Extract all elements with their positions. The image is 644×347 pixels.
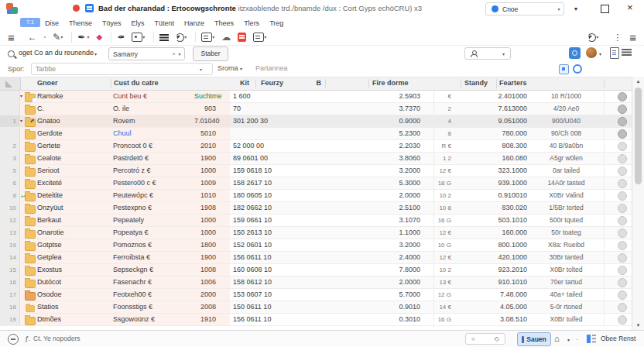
maximize-button[interactable]: [601, 5, 609, 13]
view-mode-label[interactable]: Obee Renst: [601, 335, 635, 342]
table-row[interactable]: 19GotptsePomoznos €1800152 0601 103.2000…: [0, 239, 632, 252]
hamburger-menu-icon[interactable]: ≡: [8, 32, 15, 43]
table-row[interactable]: 6ExcitetéPestero00 c €1009158 2617 105.3…: [0, 177, 632, 190]
image-frame-icon[interactable]: ▾: [132, 33, 145, 42]
expander-icon[interactable]: ▾: [20, 115, 22, 127]
list-icon[interactable]: [159, 33, 169, 41]
table-row[interactable]: C.O. ile903703.737027.6130004/20 Ae0: [0, 103, 632, 115]
avatar[interactable]: [586, 47, 597, 58]
filter-input[interactable]: Tarbbe: [31, 63, 213, 75]
person-filter-pill[interactable]: ▾: [464, 47, 511, 60]
home-icon[interactable]: ⌂: [554, 334, 560, 343]
table-row[interactable]: 8DeteititePeutewópc €1010180 0605 102.00…: [0, 190, 632, 202]
col-header-desc[interactable]: Cust du catre: [114, 79, 159, 87]
save-button[interactable]: Sauen: [517, 332, 551, 346]
row-status-toggle[interactable]: [618, 154, 627, 163]
chevron-down-icon[interactable]: ▾: [599, 51, 601, 57]
table-row[interactable]: 16DutócotFasenachr €1006158 0612 102.000…: [0, 277, 632, 289]
col-header-kit[interactable]: Kit: [224, 79, 249, 87]
table-row[interactable]: 19DtmõesSsgowoünz €1910156 0611 100.3010…: [0, 314, 632, 326]
export-frame-icon[interactable]: ▾: [201, 33, 214, 42]
expander-icon[interactable]: ▾: [20, 91, 22, 102]
table-row[interactable]: 13OnarotiePopeatya €1000150 2613 101.100…: [0, 227, 632, 239]
vertical-scrollbar[interactable]: ▴ ▾: [632, 77, 644, 330]
row-status-toggle[interactable]: [618, 179, 627, 188]
menu-item[interactable]: Töyes: [102, 19, 122, 27]
table-frame-icon[interactable]: ▾: [253, 33, 266, 42]
version-tab-badge[interactable]: 7.1: [20, 18, 40, 27]
alert-file-icon[interactable]: [238, 33, 246, 42]
hamburger-menu-icon-right[interactable]: ≡: [629, 32, 636, 43]
diamond-icon[interactable]: ◆: [96, 33, 102, 41]
chevron-down-icon[interactable]: ▾: [567, 337, 570, 342]
search-scope-label[interactable]: oget Co an du reunende: [19, 49, 94, 57]
row-status-toggle[interactable]: [618, 303, 627, 312]
menu-item[interactable]: Thees: [214, 19, 234, 27]
row-status-toggle[interactable]: [618, 266, 627, 275]
chevron-down-icon[interactable]: ▾: [200, 67, 202, 72]
menu-item[interactable]: Elys: [132, 19, 145, 27]
row-status-toggle[interactable]: [618, 241, 627, 250]
table-row[interactable]: 12BerkautPepeately1000159 0661 103.10701…: [0, 215, 632, 227]
menu-item[interactable]: Thense: [69, 19, 92, 27]
col-header-standy[interactable]: Standy: [464, 79, 488, 87]
chevron-down-icon[interactable]: ▾: [94, 51, 97, 57]
table-row[interactable]: 3CealotePastrdet0 €190089 0601 003.80601…: [0, 153, 632, 165]
select-all-corner[interactable]: [0, 77, 21, 90]
table-row[interactable]: ▾RamokeCunt beu €Suchtme1 6002.5903€2.40…: [0, 91, 632, 103]
row-status-toggle[interactable]: [618, 216, 627, 225]
table-row[interactable]: 14GetpleaFerroibsta €1900156 0611 102.40…: [0, 252, 632, 264]
col-header-feurzy[interactable]: Feurzy: [261, 79, 283, 87]
row-status-toggle[interactable]: [618, 167, 627, 176]
table-row[interactable]: 1▾GnatooRovem7.01040301 200 300.900049.0…: [0, 115, 632, 128]
sync-icon[interactable]: ▾: [587, 33, 598, 42]
status-ring-icon[interactable]: [573, 64, 582, 74]
profile-chip[interactable]: Cnoe ▾: [485, 2, 564, 15]
menu-item[interactable]: Treg: [269, 19, 283, 27]
back-icon[interactable]: ←: [28, 33, 37, 42]
page-nav-pill[interactable]: ○ ◇: [465, 333, 505, 345]
row-status-toggle[interactable]: [618, 117, 627, 126]
col-header-fire[interactable]: Fire dorme: [372, 79, 409, 87]
rotate-icon[interactable]: ▾: [176, 33, 187, 42]
menu-item[interactable]: Tlers: [244, 19, 259, 27]
list-panel-icon[interactable]: [622, 49, 632, 57]
row-status-toggle[interactable]: [618, 191, 627, 201]
row-status-toggle[interactable]: [618, 253, 627, 263]
table-row[interactable]: GerdoteChuul50105.23008780.00090/Ch 008: [0, 128, 632, 140]
search-button[interactable]: Staber: [193, 46, 228, 61]
table-row[interactable]: 18StatiosFoonsstigs €2008150 0611 100.90…: [0, 301, 632, 314]
scrollbar-thumb[interactable]: [635, 88, 642, 184]
row-status-toggle[interactable]: [618, 105, 627, 114]
table-row[interactable]: 17OsodoeFeotxeh00 €2000153 0607 105.7000…: [0, 289, 632, 301]
row-status-toggle[interactable]: [618, 204, 627, 213]
menu-item[interactable]: Tütent: [155, 19, 175, 27]
window-menu-button[interactable]: ▾: [574, 5, 577, 12]
menu-item[interactable]: Hanze: [184, 19, 204, 27]
ink-pen-icon[interactable]: ✒: [117, 33, 125, 42]
table-row[interactable]: 15ExostusSepseckgn €1008160 0608 107.800…: [0, 264, 632, 277]
col-header-fearters[interactable]: Fearters: [499, 79, 527, 87]
row-status-toggle[interactable]: [618, 228, 627, 238]
filter-dropdown[interactable]: Sroma ▾: [218, 64, 242, 72]
kebab-menu-icon[interactable]: ⋮: [613, 33, 622, 43]
clear-icon[interactable]: ×: [172, 51, 175, 57]
layout-toggle-icon[interactable]: [559, 64, 569, 74]
table-row[interactable]: 2GerteteProncoot 0 €201052 000 002.2030R…: [0, 140, 632, 153]
grid-view-icon[interactable]: [587, 335, 596, 343]
row-status-toggle[interactable]: [618, 142, 627, 151]
search-combo[interactable]: Samarry × ▾: [108, 47, 185, 60]
col-header-b[interactable]: B: [302, 79, 321, 87]
edit-pen-icon[interactable]: ✎▾: [53, 33, 63, 42]
menu-item[interactable]: Dise: [45, 19, 59, 27]
row-status-toggle[interactable]: [618, 129, 627, 139]
scroll-down-icon[interactable]: ▾: [632, 322, 644, 328]
cloud-icon[interactable]: ☁: [221, 33, 231, 42]
circle-nav-icon[interactable]: ○: [471, 336, 475, 342]
col-header-name[interactable]: Gnoer: [37, 79, 58, 87]
close-button[interactable]: ×: [627, 2, 633, 13]
table-row[interactable]: 10OnzyüutPestexpno €1908182 0662 102.510…: [0, 202, 632, 215]
table-row[interactable]: 5SeriootPercotró z €1000159 0618 103.200…: [0, 165, 632, 177]
row-status-toggle[interactable]: [618, 290, 627, 300]
row-status-toggle[interactable]: [618, 315, 627, 325]
